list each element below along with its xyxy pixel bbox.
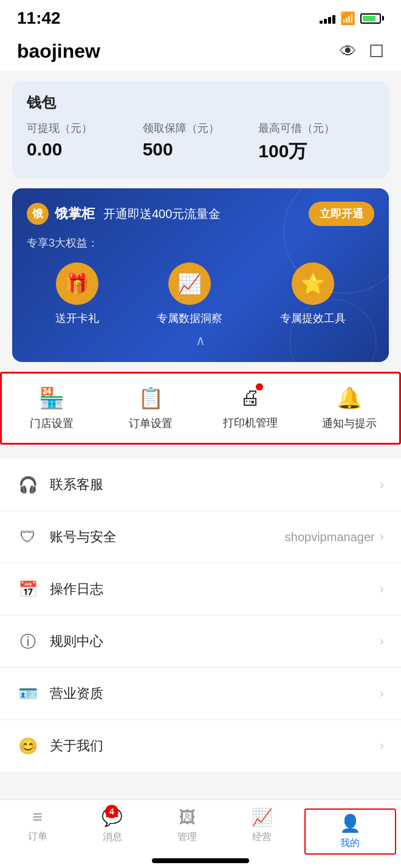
brand-name: 饿掌柜 (55, 205, 95, 223)
menu-item-order-settings[interactable]: 📋 订单设置 (101, 386, 201, 431)
orders-icon: ≡ (32, 807, 42, 827)
header-actions: 👁 ☐ (340, 41, 384, 61)
chevron-right-icon: › (380, 529, 384, 545)
banner-subtitle: 专享3大权益： (27, 236, 374, 250)
id-card-icon: 🪪 (17, 683, 39, 705)
manage-label: 管理 (177, 831, 197, 844)
banner-benefits: 🎁 送开卡礼 📈 专属数据洞察 ⭐ 专属提效工具 (27, 262, 374, 326)
nav-item-manage[interactable]: 🖼 管理 (149, 807, 224, 856)
about-icon: 😊 (17, 735, 39, 757)
wallet-label-guarantee: 领取保障（元） (143, 121, 259, 135)
store-icon: 🏪 (39, 386, 64, 410)
wallet-value-guarantee: 500 (143, 139, 259, 160)
chevron-right-icon: › (380, 686, 384, 702)
status-icons: 📶 (320, 11, 384, 26)
eye-icon[interactable]: 👁 (340, 41, 357, 61)
list-item-business-license[interactable]: 🪪 营业资质 › (0, 668, 401, 720)
banner-header: 饿 饿掌柜 开通即送400元流量金 立即开通 (27, 202, 374, 226)
benefit-gift: 🎁 送开卡礼 (55, 262, 99, 326)
operation-log-label: 操作日志 (50, 580, 380, 598)
account-security-value: shopvipmanager (285, 530, 375, 544)
settings-menu-grid: 🏪 门店设置 📋 订单设置 🖨 打印机管理 🔔 通知与提示 (0, 372, 401, 445)
account-security-label: 账号与安全 (50, 528, 285, 546)
messages-label: 消息 (103, 831, 122, 844)
rules-label: 规则中心 (50, 632, 380, 651)
gift-icon: 🎁 (56, 262, 98, 305)
wallet-stat-max-borrow: 最高可借（元） 100万 (258, 121, 374, 164)
menu-item-store-settings[interactable]: 🏪 门店设置 (2, 386, 101, 431)
page-header: baojinew 👁 ☐ (0, 33, 401, 71)
wallet-title: 钱包 (27, 93, 374, 112)
status-time: 11:42 (17, 9, 61, 28)
printer-icon: 🖨 (240, 386, 261, 409)
wallet-label-max-borrow: 最高可借（元） (258, 121, 374, 135)
list-item-rules[interactable]: ⓘ 规则中心 › (0, 616, 401, 668)
list-item-account-security[interactable]: 🛡 账号与安全 shopvipmanager › (0, 511, 401, 563)
menu-item-notifications[interactable]: 🔔 通知与提示 (300, 386, 400, 431)
nav-item-analytics[interactable]: 📈 经营 (225, 807, 300, 856)
chart-icon: 📈 (168, 262, 211, 305)
wallet-stat-withdrawable: 可提现（元） 0.00 (27, 121, 143, 164)
profile-icon: 👤 (340, 813, 361, 833)
nav-item-orders[interactable]: ≡ 订单 (0, 807, 75, 856)
status-bar: 11:42 📶 (0, 0, 401, 33)
scan-icon[interactable]: ☐ (369, 41, 384, 61)
settings-list: 🎧 联系客服 › 🛡 账号与安全 shopvipmanager › 📅 操作日志… (0, 459, 401, 771)
info-icon: ⓘ (17, 630, 39, 652)
brand-logo-text: 饿 (32, 207, 43, 221)
battery-icon (360, 13, 384, 24)
message-badge: 4 (105, 805, 118, 818)
bell-icon: 🔔 (337, 386, 362, 410)
list-item-operation-log[interactable]: 📅 操作日志 › (0, 564, 401, 615)
wallet-value-withdrawable: 0.00 (27, 139, 143, 160)
star-icon: ⭐ (292, 262, 334, 305)
wifi-icon: 📶 (340, 11, 355, 26)
customer-service-label: 联系客服 (50, 476, 380, 494)
menu-label-order: 订单设置 (129, 416, 173, 431)
benefit-gift-label: 送开卡礼 (55, 311, 99, 326)
benefit-tools-label: 专属提效工具 (280, 311, 346, 326)
banner-slogan: 开通即送400元流量金 (103, 206, 221, 222)
section-separator (0, 452, 401, 459)
analytics-icon: 📈 (252, 807, 273, 827)
shield-icon: 🛡 (17, 526, 39, 548)
manage-icon: 🖼 (179, 807, 196, 827)
banner-brand: 饿 饿掌柜 开通即送400元流量金 (27, 203, 221, 225)
order-settings-icon: 📋 (138, 386, 163, 410)
printer-badge (256, 383, 263, 391)
wallet-label-withdrawable: 可提现（元） (27, 121, 143, 135)
benefit-data: 📈 专属数据洞察 (157, 262, 222, 326)
page-title: baojinew (17, 40, 100, 63)
brand-logo: 饿 (27, 203, 49, 225)
menu-label-printer: 打印机管理 (223, 415, 278, 430)
about-label: 关于我们 (50, 737, 380, 755)
nav-item-messages[interactable]: 💬 4 消息 (75, 807, 149, 856)
profile-label: 我的 (340, 837, 360, 850)
wallet-stat-guarantee: 领取保障（元） 500 (143, 121, 259, 164)
home-indicator (152, 858, 249, 863)
wallet-stats: 可提现（元） 0.00 领取保障（元） 500 最高可借（元） 100万 (27, 121, 374, 164)
menu-item-printer[interactable]: 🖨 打印机管理 (200, 386, 300, 431)
benefit-data-label: 专属数据洞察 (157, 311, 222, 326)
analytics-label: 经营 (252, 831, 272, 844)
chevron-right-icon: › (380, 581, 384, 597)
menu-label-notification: 通知与提示 (322, 416, 377, 431)
list-item-customer-service[interactable]: 🎧 联系客服 › (0, 459, 401, 511)
headset-icon: 🎧 (17, 474, 39, 496)
orders-label: 订单 (28, 830, 47, 843)
promotion-banner[interactable]: 饿 饿掌柜 开通即送400元流量金 立即开通 专享3大权益： 🎁 送开卡礼 📈 … (12, 188, 389, 362)
signal-icon (320, 13, 335, 24)
benefit-tools: ⭐ 专属提效工具 (280, 262, 346, 326)
nav-item-profile[interactable]: 👤 我的 (304, 808, 396, 855)
wallet-card: 钱包 可提现（元） 0.00 领取保障（元） 500 最高可借（元） 100万 (12, 81, 389, 179)
wallet-value-max-borrow: 100万 (258, 139, 374, 164)
menu-label-store: 门店设置 (30, 416, 74, 431)
calendar-icon: 📅 (17, 578, 39, 600)
list-item-about[interactable]: 😊 关于我们 › (0, 720, 401, 771)
chevron-right-icon: › (380, 634, 384, 649)
banner-collapse-arrow[interactable]: ∧ (27, 333, 374, 349)
chevron-right-icon: › (380, 477, 384, 493)
chevron-right-icon: › (380, 738, 384, 754)
business-license-label: 营业资质 (50, 685, 380, 703)
activate-button[interactable]: 立即开通 (309, 202, 374, 226)
